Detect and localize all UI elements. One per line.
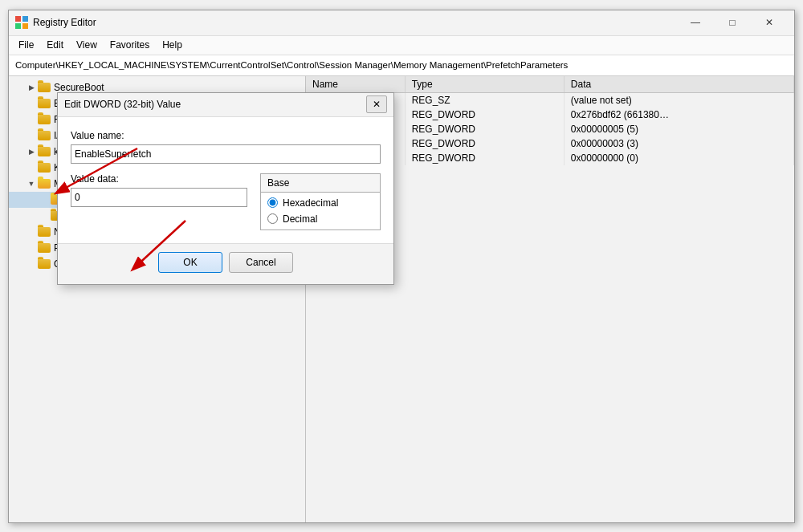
menu-favorites[interactable]: Favorites (104, 38, 156, 52)
menu-view[interactable]: View (70, 38, 104, 52)
menu-edit[interactable]: Edit (40, 38, 70, 52)
dialog-close-button[interactable]: ✕ (366, 95, 387, 113)
base-options: Hexadecimal Decimal (260, 193, 381, 230)
dec-label: Decimal (283, 213, 317, 225)
window-controls: — □ ✕ (677, 10, 788, 35)
cancel-button[interactable]: Cancel (229, 252, 293, 273)
value-row: Value data: Base Hexadecimal (71, 173, 381, 230)
menu-bar: File Edit View Favorites Help (9, 36, 794, 55)
restore-button[interactable]: □ (714, 10, 751, 35)
svg-rect-1 (22, 16, 28, 22)
minimize-button[interactable]: — (677, 10, 714, 35)
dec-option-row: Decimal (267, 213, 373, 225)
dialog-title: Edit DWORD (32-bit) Value (64, 99, 366, 110)
menu-file[interactable]: File (12, 38, 40, 52)
dialog-title-bar: Edit DWORD (32-bit) Value ✕ (58, 93, 393, 117)
address-path[interactable]: Computer\HKEY_LOCAL_MACHINE\SYSTEM\Curre… (15, 60, 568, 70)
app-icon (15, 16, 28, 29)
main-content: ▶ SecureBoot Executive FileRenameOperati… (9, 76, 794, 522)
title-bar: Registry Editor — □ ✕ (9, 10, 794, 36)
value-data-section: Value data: (71, 173, 247, 207)
svg-rect-0 (15, 16, 21, 22)
hex-label: Hexadecimal (283, 197, 338, 209)
modal-overlay: Edit DWORD (32-bit) Value ✕ Value name: … (9, 76, 794, 522)
hex-option-row: Hexadecimal (267, 197, 373, 209)
base-section: Base Hexadecimal Decimal (260, 173, 381, 230)
ok-button[interactable]: OK (158, 252, 222, 273)
registry-editor-window: Registry Editor — □ ✕ File Edit View Fav… (8, 10, 795, 523)
svg-rect-2 (15, 23, 21, 29)
value-data-input[interactable] (71, 188, 247, 207)
value-name-input[interactable] (71, 144, 381, 164)
address-bar: Computer\HKEY_LOCAL_MACHINE\SYSTEM\Curre… (9, 55, 794, 76)
menu-help[interactable]: Help (156, 38, 189, 52)
dialog-body: Value name: Value data: Base (58, 117, 393, 243)
close-button[interactable]: ✕ (751, 10, 788, 35)
window-title: Registry Editor (33, 17, 677, 28)
dec-radio[interactable] (267, 213, 278, 224)
base-title: Base (260, 173, 381, 193)
edit-dword-dialog: Edit DWORD (32-bit) Value ✕ Value name: … (57, 92, 394, 285)
svg-rect-3 (22, 23, 28, 29)
hex-radio[interactable] (267, 197, 278, 208)
dialog-footer: OK Cancel (58, 243, 393, 284)
value-name-label: Value name: (71, 130, 381, 141)
value-data-label: Value data: (71, 173, 247, 185)
